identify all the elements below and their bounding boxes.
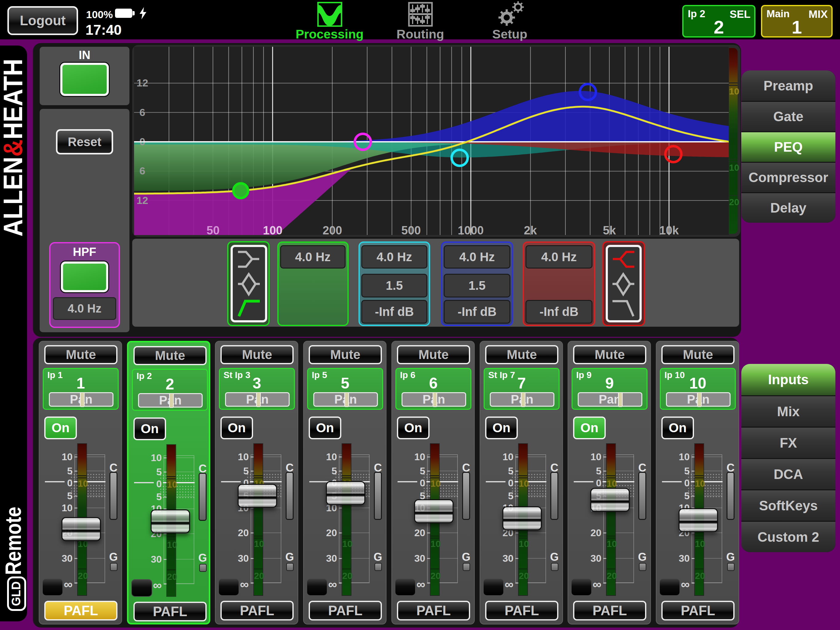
svg-text:2k: 2k [524,224,537,235]
svg-text:100: 100 [263,224,282,235]
svg-text:12: 12 [136,77,148,89]
svg-text:12: 12 [136,195,148,206]
svg-text:5k: 5k [603,224,616,235]
svg-text:1000: 1000 [458,224,484,235]
svg-text:50: 50 [207,224,219,235]
svg-text:GLD: GLD [9,581,23,606]
svg-text:Remote: Remote [1,507,25,575]
svg-text:ALLEN&HEATH: ALLEN&HEATH [0,59,28,237]
svg-text:6: 6 [140,106,145,118]
svg-text:10k: 10k [659,224,679,235]
svg-text:200: 200 [322,224,342,235]
svg-text:6: 6 [140,165,145,177]
svg-text:500: 500 [401,224,421,235]
